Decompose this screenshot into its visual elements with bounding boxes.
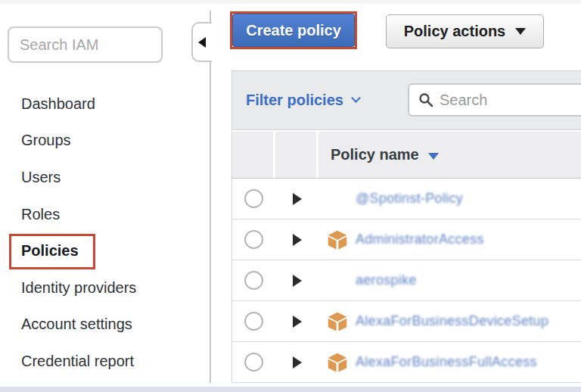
row-radio-button[interactable]	[244, 189, 263, 208]
filter-policies-label: Filter policies	[246, 92, 343, 109]
row-radio-button[interactable]	[244, 312, 263, 331]
policy-name-link[interactable]: aerospike	[356, 272, 417, 288]
expand-row-icon[interactable]	[293, 234, 302, 246]
search-iam-input[interactable]	[8, 26, 163, 63]
table-row: @Spotinst-Policy	[231, 179, 581, 219]
table-row: aerospike	[231, 260, 581, 301]
sort-desc-icon	[428, 153, 439, 160]
bottom-edge	[0, 387, 581, 392]
policy-search-box	[408, 83, 581, 117]
sidebar-divider	[210, 11, 211, 383]
sidebar-item-credential-report[interactable]: Credential report	[0, 343, 209, 380]
aws-managed-policy-cube-icon	[327, 229, 348, 250]
policy-name-header-label: Policy name	[331, 146, 419, 163]
expand-row-icon[interactable]	[293, 316, 302, 328]
sidebar-item-roles[interactable]: Roles	[0, 196, 209, 233]
filter-bar: Filter policies	[231, 70, 581, 130]
policy-name-link[interactable]: AlexaForBusinessDeviceSetup	[356, 313, 548, 329]
table-row: AdministratorAccess	[231, 219, 581, 260]
sidebar-nav: Dashboard Groups Users Roles Policies Id…	[0, 86, 209, 380]
sidebar-item-account-settings[interactable]: Account settings	[0, 306, 209, 344]
policies-panel: Filter policies Policy name	[231, 70, 581, 383]
policy-search-input[interactable]	[440, 92, 581, 109]
aws-managed-policy-cube-icon	[327, 311, 348, 332]
table-header-row: Policy name	[231, 132, 581, 179]
top-edge	[0, 0, 581, 4]
create-policy-annotation-box: Create policy	[230, 11, 357, 49]
policy-icon-spacer	[327, 188, 348, 210]
policy-icon-spacer	[327, 270, 348, 291]
policy-actions-label: Policy actions	[404, 23, 506, 40]
sidebar-item-policies[interactable]: Policies	[0, 232, 209, 269]
policy-actions-button[interactable]: Policy actions	[386, 14, 544, 48]
aws-managed-policy-cube-icon	[327, 352, 348, 373]
table-row: AlexaForBusinessDeviceSetup	[231, 301, 581, 342]
policy-name-link[interactable]: AdministratorAccess	[356, 232, 484, 247]
expand-row-icon[interactable]	[293, 193, 302, 205]
search-icon	[418, 92, 433, 107]
row-radio-button[interactable]	[244, 353, 263, 372]
table-row: AlexaForBusinessFullAccess	[231, 342, 581, 383]
expand-row-icon[interactable]	[293, 356, 302, 369]
policy-name-sort-header[interactable]: Policy name	[318, 132, 581, 178]
row-radio-button[interactable]	[244, 230, 263, 249]
header-select-column	[232, 132, 273, 178]
chevron-down-icon	[351, 93, 361, 103]
iam-policies-page: Dashboard Groups Users Roles Policies Id…	[0, 0, 581, 392]
sidebar-item-identity-providers[interactable]: Identity providers	[0, 269, 209, 306]
header-expand-column	[275, 132, 316, 178]
sidebar-collapse-toggle[interactable]	[191, 22, 212, 62]
sidebar-item-users[interactable]: Users	[0, 159, 209, 196]
row-radio-button[interactable]	[244, 271, 263, 290]
chevron-down-icon	[515, 28, 526, 35]
sidebar-item-groups[interactable]: Groups	[0, 123, 209, 160]
filter-policies-dropdown[interactable]: Filter policies	[246, 92, 359, 109]
policy-name-link[interactable]: AlexaForBusinessFullAccess	[356, 354, 537, 370]
sidebar-item-dashboard[interactable]: Dashboard	[0, 86, 209, 123]
expand-row-icon[interactable]	[293, 275, 302, 287]
create-policy-button[interactable]: Create policy	[232, 14, 355, 47]
policy-name-link[interactable]: @Spotinst-Policy	[356, 191, 463, 207]
collapse-left-arrow-icon	[198, 37, 206, 48]
